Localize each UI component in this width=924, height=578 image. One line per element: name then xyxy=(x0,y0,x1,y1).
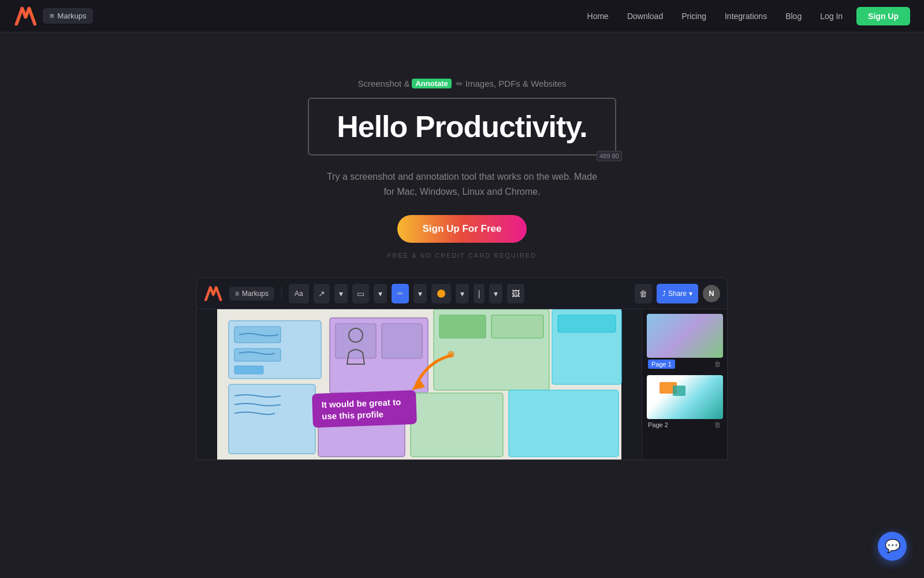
svg-marker-18 xyxy=(412,379,425,390)
toolbar-separator-1 xyxy=(281,286,282,302)
page-2-delete-icon[interactable]: 🗑 xyxy=(714,421,721,429)
page-1-label-row: Page 1 🗑 xyxy=(647,358,722,370)
thumb2-annotation xyxy=(658,381,687,401)
app-body: It would be great to use this profile Pa… xyxy=(197,309,727,460)
share-icon: ⤴ xyxy=(662,290,666,298)
nav-login[interactable]: Log In xyxy=(820,12,843,21)
app-canvas[interactable]: It would be great to use this profile xyxy=(197,309,642,460)
toolbar-dropdown-2[interactable]: ▾ xyxy=(374,284,387,303)
toolbar-markups-button[interactable]: ≡ Markups xyxy=(229,287,274,301)
hero-note: FREE & NO CREDIT CARD REQUIRED xyxy=(388,252,536,259)
app-toolbar: ≡ Markups Aa ↗ ▾ ▭ ▾ ✏ ▾ ▾ | ▾ 🖼 🗑 xyxy=(197,278,727,309)
svg-rect-11 xyxy=(491,315,543,338)
logo-icon xyxy=(14,6,37,27)
svg-rect-3 xyxy=(234,349,281,361)
toolbar-avatar: N xyxy=(703,285,720,302)
svg-rect-4 xyxy=(234,366,263,374)
nav-home[interactable]: Home xyxy=(587,12,609,21)
chat-icon: 💬 xyxy=(885,539,900,554)
nav-blog[interactable]: Blog xyxy=(785,12,802,21)
resize-handle: 489 80 xyxy=(597,151,622,161)
page-1-thumbnail[interactable]: Page 1 🗑 xyxy=(647,314,722,370)
navbar: ≡ Markups Home Download Pricing Integrat… xyxy=(0,0,924,32)
svg-rect-16 xyxy=(411,393,503,457)
toolbar-line-button[interactable]: | xyxy=(474,284,485,303)
toolbar-layers-icon: ≡ xyxy=(235,290,239,298)
page-2-thumbnail[interactable]: Page 2 🗑 xyxy=(647,375,722,431)
page-1-label: Page 1 xyxy=(648,360,675,369)
page-2-label-row: Page 2 🗑 xyxy=(647,419,722,431)
arrow-svg xyxy=(393,344,463,396)
hero-description: Try a screenshot and annotation tool tha… xyxy=(323,169,601,199)
chat-button[interactable]: 💬 xyxy=(878,532,907,561)
pencil-icon: ✏ xyxy=(456,79,463,88)
svg-rect-13 xyxy=(558,315,616,332)
page-2-label: Page 2 xyxy=(648,421,668,428)
toolbar-share-button[interactable]: ⤴ Share ▾ xyxy=(657,284,698,303)
toolbar-font-button[interactable]: Aa xyxy=(289,284,309,303)
toolbar-color-button[interactable] xyxy=(431,284,451,303)
canvas-area: It would be great to use this profile xyxy=(197,309,642,460)
hero-section: Screenshot & Annotate ✏ Images, PDFs & W… xyxy=(0,32,924,460)
nav-download[interactable]: Download xyxy=(627,12,663,21)
signup-free-button[interactable]: Sign Up For Free xyxy=(397,215,527,243)
toolbar-rect-button[interactable]: ▭ xyxy=(352,284,369,303)
toolbar-dropdown-5[interactable]: ▾ xyxy=(489,284,502,303)
markups-button[interactable]: ≡ Markups xyxy=(43,8,93,24)
toolbar-dropdown-1[interactable]: ▾ xyxy=(334,284,348,303)
toolbar-arrow-button[interactable]: ↗ xyxy=(314,284,330,303)
app-preview: ≡ Markups Aa ↗ ▾ ▭ ▾ ✏ ▾ ▾ | ▾ 🖼 🗑 xyxy=(196,277,728,460)
annotate-badge: Annotate xyxy=(412,79,451,88)
toolbar-dropdown-4[interactable]: ▾ xyxy=(456,284,469,303)
page-2-thumb-image xyxy=(647,375,723,419)
svg-rect-21 xyxy=(673,386,685,396)
toolbar-delete-button[interactable]: 🗑 xyxy=(635,284,652,303)
nav-signup-button[interactable]: Sign Up xyxy=(856,7,910,25)
nav-links: Home Download Pricing Integrations Blog … xyxy=(587,12,843,21)
layers-icon: ≡ xyxy=(50,12,54,20)
page-1-delete-icon[interactable]: 🗑 xyxy=(714,360,721,368)
color-dot xyxy=(437,290,445,298)
nav-integrations[interactable]: Integrations xyxy=(725,12,767,21)
svg-rect-10 xyxy=(439,315,486,338)
app-sidebar: Page 1 🗑 Page 2 xyxy=(642,309,727,460)
toolbar-right: 🗑 ⤴ Share ▾ N xyxy=(635,284,720,303)
toolbar-dropdown-3[interactable]: ▾ xyxy=(413,284,427,303)
annotation-bubble: It would be great to use this profile xyxy=(312,390,417,428)
svg-rect-17 xyxy=(509,390,619,457)
hero-subtitle: Screenshot & Annotate ✏ Images, PDFs & W… xyxy=(357,79,566,88)
nav-pricing[interactable]: Pricing xyxy=(681,12,706,21)
hero-title: Hello Productivity. xyxy=(337,109,587,144)
toolbar-image-button[interactable]: 🖼 xyxy=(507,284,524,303)
hero-title-box: Hello Productivity. 489 80 xyxy=(308,98,616,155)
page-1-thumb-image xyxy=(647,314,723,358)
toolbar-pen-button[interactable]: ✏ xyxy=(392,284,409,303)
share-dropdown-icon: ▾ xyxy=(689,290,692,298)
svg-point-19 xyxy=(448,351,454,358)
navbar-logo: ≡ Markups xyxy=(14,6,93,27)
toolbar-logo-icon xyxy=(204,286,222,302)
pen-icon: ✏ xyxy=(397,290,403,298)
